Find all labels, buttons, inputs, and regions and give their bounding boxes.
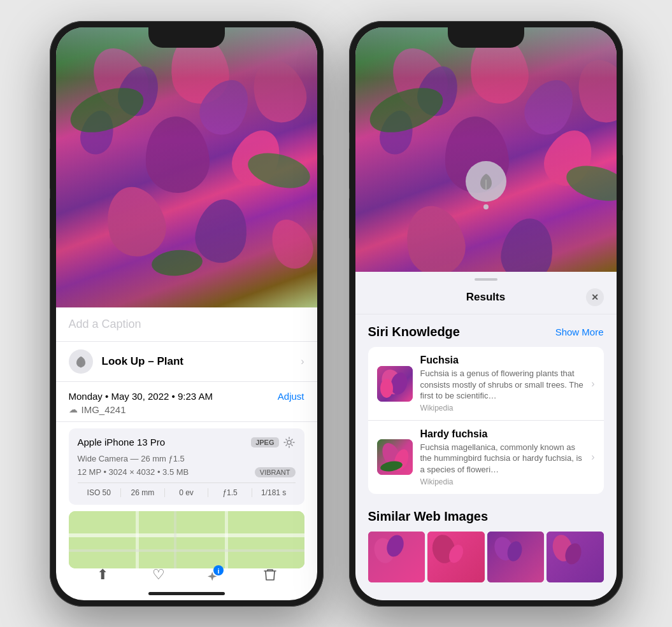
volume-down-button-r[interactable] bbox=[349, 148, 350, 189]
filename: IMG_4241 bbox=[82, 404, 126, 415]
results-title: Results bbox=[386, 291, 586, 304]
siri-knowledge-title: Siri Knowledge bbox=[368, 325, 460, 339]
similar-images-title: Similar Web Images bbox=[368, 509, 604, 524]
vibrant-badge: VIBRANT bbox=[255, 467, 296, 477]
fuchsia-card-chevron: › bbox=[591, 378, 594, 390]
hardy-card-chevron: › bbox=[591, 451, 594, 463]
heart-icon: ♡ bbox=[152, 567, 165, 583]
volume-up-button-r[interactable] bbox=[349, 110, 350, 133]
svg-rect-4 bbox=[225, 511, 228, 568]
similar-images-section: Similar Web Images bbox=[355, 499, 617, 588]
knowledge-card-hardy[interactable]: Hardy fuchsia Fuchsia magellanica, commo… bbox=[368, 420, 604, 494]
results-header: Results ✕ bbox=[355, 286, 617, 314]
spec-aperture: ƒ1.5 bbox=[208, 488, 252, 497]
camera-badges: JPEG bbox=[251, 436, 295, 449]
power-button-r[interactable] bbox=[622, 155, 623, 211]
knowledge-cards: Fuchsia Fuchsia is a genus of flowering … bbox=[368, 347, 604, 493]
right-phone: Results ✕ Siri Knowledge Show More bbox=[349, 21, 623, 607]
volume-down-button[interactable] bbox=[50, 148, 50, 189]
svg-point-0 bbox=[287, 440, 291, 444]
home-indicator bbox=[148, 592, 225, 595]
hardy-card-title: Hardy fuchsia bbox=[420, 428, 584, 440]
fuchsia-card-content: Fuchsia Fuchsia is a genus of flowering … bbox=[420, 355, 584, 412]
camera-info-box: Apple iPhone 13 Pro JPEG Wide Camera — 2… bbox=[69, 428, 304, 505]
silent-switch-button[interactable] bbox=[50, 198, 50, 239]
svg-text:i: i bbox=[218, 567, 220, 575]
results-sheet: Results ✕ Siri Knowledge Show More bbox=[355, 272, 617, 600]
camera-mp: 12 MP • 3024 × 4032 • 3.5 MB bbox=[78, 467, 189, 477]
caption-placeholder: Add a Caption bbox=[69, 318, 141, 330]
silent-switch-button-r[interactable] bbox=[349, 198, 350, 239]
hardy-card-content: Hardy fuchsia Fuchsia magellanica, commo… bbox=[420, 428, 584, 486]
fuchsia-card-source: Wikipedia bbox=[420, 404, 584, 412]
metadata-section: Monday • May 30, 2022 • 9:23 AM Adjust ☁… bbox=[56, 382, 317, 422]
left-phone-screen: Add a Caption Look Up – Plant › Mon bbox=[56, 27, 317, 600]
fuchsia-card-title: Fuchsia bbox=[420, 355, 584, 366]
camera-model: Apple iPhone 13 Pro bbox=[78, 437, 166, 447]
spec-ev: 0 ev bbox=[165, 488, 209, 497]
bottom-toolbar: ⬆ ♡ i bbox=[56, 563, 317, 586]
notch-r bbox=[448, 27, 524, 48]
spec-shutter: 1/181 s bbox=[252, 488, 296, 497]
volume-up-button[interactable] bbox=[50, 110, 50, 133]
leaf-vlu-icon bbox=[476, 171, 496, 192]
info-button[interactable]: i bbox=[203, 563, 225, 586]
sheet-handle bbox=[475, 278, 497, 281]
vlu-dot bbox=[483, 204, 489, 209]
power-button[interactable] bbox=[323, 155, 324, 211]
adjust-button[interactable]: Adjust bbox=[278, 391, 304, 402]
siri-knowledge-section: Siri Knowledge Show More bbox=[355, 314, 617, 498]
visual-lookup-circle[interactable] bbox=[466, 161, 506, 202]
sparkle-info-icon: i bbox=[204, 565, 224, 584]
map-preview[interactable] bbox=[69, 511, 304, 568]
lookup-chevron: › bbox=[301, 356, 304, 367]
camera-lens: Wide Camera — 26 mm ƒ1.5 bbox=[78, 454, 296, 463]
fuchsia-thumbnail bbox=[377, 366, 413, 402]
similar-image-1[interactable] bbox=[368, 532, 425, 582]
spec-iso: ISO 50 bbox=[78, 488, 122, 497]
left-phone: Add a Caption Look Up – Plant › Mon bbox=[50, 21, 324, 607]
cloud-icon: ☁ bbox=[69, 404, 78, 414]
notch bbox=[148, 27, 225, 48]
hardy-card-desc: Fuchsia magellanica, commonly known as t… bbox=[420, 442, 584, 476]
similar-image-4[interactable] bbox=[547, 532, 604, 582]
siri-header: Siri Knowledge Show More bbox=[368, 325, 604, 339]
photo-date: Monday • May 30, 2022 • 9:23 AM bbox=[69, 391, 213, 402]
fuchsia-card-desc: Fuchsia is a genus of flowering plants t… bbox=[420, 368, 584, 402]
svg-rect-6 bbox=[174, 511, 176, 568]
favorite-button[interactable]: ♡ bbox=[147, 563, 170, 586]
photo-view[interactable] bbox=[56, 27, 317, 307]
knowledge-card-fuchsia[interactable]: Fuchsia Fuchsia is a genus of flowering … bbox=[368, 347, 604, 420]
share-icon: ⬆ bbox=[97, 567, 108, 583]
similar-image-2[interactable] bbox=[427, 532, 485, 582]
lookup-label: Look Up – Plant bbox=[102, 355, 183, 368]
svg-rect-3 bbox=[136, 511, 139, 568]
similar-images-grid bbox=[368, 532, 604, 582]
leaf-icon bbox=[74, 355, 88, 369]
settings-icon bbox=[283, 436, 296, 449]
svg-rect-2 bbox=[69, 533, 304, 537]
show-more-button[interactable]: Show More bbox=[555, 327, 604, 337]
camera-specs-row: ISO 50 26 mm 0 ev ƒ1.5 1/181 s bbox=[78, 483, 296, 497]
format-badge: JPEG bbox=[251, 437, 278, 447]
lookup-icon-circle bbox=[69, 349, 93, 374]
similar-image-3[interactable] bbox=[487, 532, 545, 582]
svg-rect-5 bbox=[69, 549, 304, 552]
photo-view-right[interactable] bbox=[355, 27, 617, 307]
right-phone-screen: Results ✕ Siri Knowledge Show More bbox=[355, 27, 617, 600]
trash-icon bbox=[262, 567, 278, 582]
share-button[interactable]: ⬆ bbox=[91, 563, 114, 586]
delete-button[interactable] bbox=[259, 563, 282, 586]
close-button[interactable]: ✕ bbox=[586, 288, 604, 306]
svg-rect-1 bbox=[69, 511, 304, 568]
hardy-thumbnail bbox=[377, 439, 413, 475]
spec-focal: 26 mm bbox=[121, 488, 165, 497]
hardy-card-source: Wikipedia bbox=[420, 477, 584, 486]
lookup-row[interactable]: Look Up – Plant › bbox=[56, 342, 317, 382]
caption-area[interactable]: Add a Caption bbox=[56, 307, 317, 342]
